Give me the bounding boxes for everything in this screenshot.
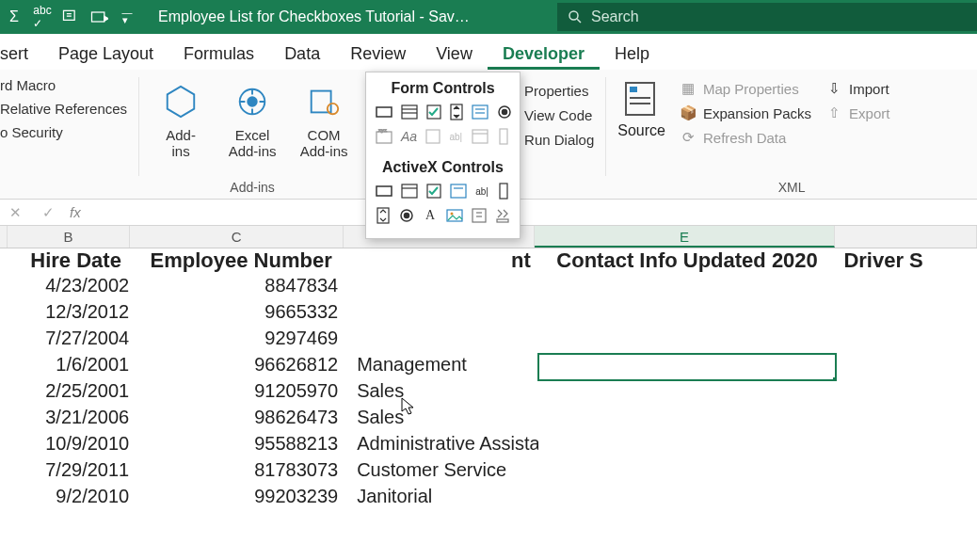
- search-box[interactable]: Search: [557, 3, 977, 31]
- svg-rect-46: [500, 184, 507, 199]
- col-b[interactable]: B: [8, 226, 130, 248]
- svg-line-3: [577, 19, 581, 23]
- com-addins-button[interactable]: COM Add-ins: [294, 79, 354, 159]
- table-row[interactable]: 10/9/201095588213Administrative Assistan…: [0, 433, 977, 459]
- relative-references-button[interactable]: Relative References: [0, 101, 127, 117]
- svg-text:xyz: xyz: [378, 129, 387, 133]
- form-controls-row1: [366, 103, 520, 127]
- ax-scrollbar-icon[interactable]: [497, 182, 510, 200]
- table-row[interactable]: 2/25/200191205970Sales: [0, 380, 977, 407]
- qat-more-icon[interactable]: —▾: [113, 3, 141, 31]
- svg-point-6: [248, 97, 257, 106]
- addins-button[interactable]: Add- ins: [151, 79, 211, 159]
- form-option-icon[interactable]: [497, 103, 512, 121]
- svg-rect-40: [376, 186, 392, 196]
- svg-point-49: [405, 214, 409, 218]
- ax-textbox-icon[interactable]: ab|: [475, 182, 488, 200]
- tab-formulas[interactable]: Formulas: [168, 44, 269, 70]
- svg-rect-41: [402, 184, 417, 198]
- svg-rect-24: [402, 105, 417, 119]
- refresh-data-button: ⟳Refresh Data: [679, 128, 811, 147]
- col-f[interactable]: [835, 226, 977, 248]
- ax-checkbox-icon[interactable]: [426, 182, 441, 200]
- ax-image-icon[interactable]: [446, 206, 463, 225]
- excel-addins-icon: [230, 79, 275, 124]
- svg-rect-36: [426, 130, 440, 143]
- autosum-icon[interactable]: Σ: [0, 3, 28, 31]
- addins-group: Add- ins Excel Add-ins COM Add-ins Add-i…: [139, 70, 365, 199]
- form-spinner-icon[interactable]: [450, 103, 463, 121]
- tab-view[interactable]: View: [421, 44, 488, 70]
- code-group: rd Macro Relative References o Security: [0, 70, 138, 199]
- spellcheck-icon[interactable]: abc✓: [28, 3, 56, 31]
- table-row[interactable]: 7/27/20049297469: [0, 328, 977, 354]
- table-row[interactable]: 7/29/201181783073Customer Service: [0, 459, 977, 486]
- tab-help[interactable]: Help: [600, 44, 665, 70]
- macro-security-button[interactable]: o Security: [0, 124, 127, 140]
- fx-icon[interactable]: fx: [64, 204, 81, 220]
- com-addins-icon: [301, 79, 346, 124]
- col-c[interactable]: C: [130, 226, 344, 248]
- table-row[interactable]: 9/2/201099203239Janitorial: [0, 486, 977, 512]
- table-row[interactable]: 1/6/200196626812Management: [0, 354, 977, 380]
- form-groupbox-icon[interactable]: xyz: [376, 127, 392, 146]
- insert-controls-dropdown[interactable]: Form Controls xyz Aa ab| ActiveX Control…: [365, 72, 521, 239]
- ax-combo-icon[interactable]: [401, 182, 418, 200]
- svg-rect-20: [630, 87, 637, 92]
- ax-listbox-icon[interactable]: [450, 182, 467, 200]
- svg-point-2: [569, 11, 578, 20]
- form-listbox-icon[interactable]: [472, 103, 488, 121]
- form-label-icon[interactable]: Aa: [401, 127, 417, 146]
- table-row[interactable]: 3/21/200698626473Sales: [0, 407, 977, 433]
- excel-addins-button[interactable]: Excel Add-ins: [222, 79, 282, 159]
- title-bar: Σ abc✓ —▾ Employee List for Checkboxes T…: [0, 0, 977, 34]
- tab-page-layout[interactable]: Page Layout: [43, 44, 168, 70]
- export-icon: ⇧: [825, 104, 843, 122]
- expansion-packs-button[interactable]: 📦Expansion Packs: [679, 104, 811, 122]
- form-checkbox-icon[interactable]: [426, 103, 441, 121]
- map-properties-icon: ▦: [679, 79, 697, 98]
- enter-icon[interactable]: ✓: [42, 204, 55, 221]
- ax-toggle-icon[interactable]: [472, 206, 487, 225]
- col-e[interactable]: E: [535, 226, 836, 248]
- ax-label-icon[interactable]: A: [423, 206, 438, 225]
- spreadsheet-grid[interactable]: B C E Hire Date Employee Number nt Conta…: [0, 226, 977, 512]
- mouse-cursor-icon: [401, 397, 418, 416]
- ax-option-icon[interactable]: [399, 206, 414, 225]
- map-properties-button: ▦Map Properties: [679, 79, 811, 98]
- search-icon: [567, 8, 584, 25]
- tab-data[interactable]: Data: [269, 44, 335, 70]
- form-combo-icon[interactable]: [401, 103, 418, 121]
- activex-row1: ab|: [366, 182, 520, 206]
- tab-insert[interactable]: sert: [0, 44, 43, 70]
- svg-rect-52: [472, 209, 486, 222]
- export-button: ⇧Export: [825, 104, 889, 122]
- form-button-icon[interactable]: [376, 103, 392, 121]
- ax-button-icon[interactable]: [376, 182, 392, 200]
- svg-point-33: [503, 110, 507, 115]
- form-frame-icon: [425, 127, 440, 146]
- tab-review[interactable]: Review: [335, 44, 421, 70]
- record-macro-button[interactable]: rd Macro: [0, 77, 127, 93]
- table-row[interactable]: 12/3/20129665332: [0, 301, 977, 328]
- share-icon[interactable]: [85, 3, 113, 31]
- cancel-icon[interactable]: ✕: [9, 204, 22, 221]
- svg-rect-29: [472, 105, 488, 119]
- form-scrollbar-icon: [497, 127, 510, 146]
- expansion-icon: 📦: [679, 104, 697, 122]
- ax-more-icon[interactable]: [495, 206, 510, 225]
- svg-rect-39: [500, 129, 507, 144]
- form-combo2-icon: [472, 127, 488, 146]
- import-icon: ⇩: [825, 79, 843, 98]
- ax-spinner-icon[interactable]: [376, 206, 391, 225]
- xml-group: Source ▦Map Properties 📦Expansion Packs …: [606, 70, 977, 199]
- source-button[interactable]: Source: [617, 122, 665, 139]
- quick-action-icon[interactable]: [56, 3, 85, 31]
- import-button[interactable]: ⇩Import: [825, 79, 889, 98]
- svg-rect-44: [451, 184, 466, 198]
- tab-developer[interactable]: Developer: [488, 44, 600, 70]
- active-cell[interactable]: [538, 354, 837, 380]
- activex-controls-heading: ActiveX Controls: [366, 152, 520, 182]
- table-row[interactable]: 4/23/20028847834: [0, 275, 977, 301]
- svg-rect-0: [64, 10, 75, 20]
